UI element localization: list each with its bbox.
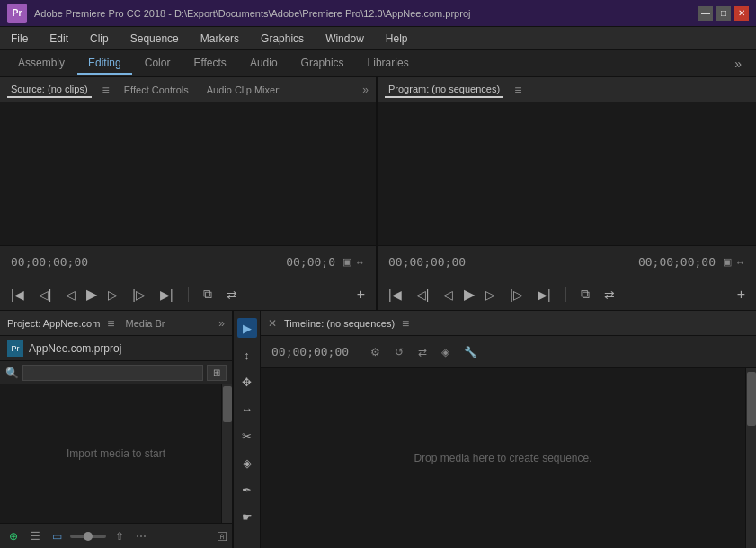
timeline-title: Timeline: (no sequences) [284, 318, 395, 329]
source-add-btn[interactable]: + [353, 285, 369, 305]
project-scrollbar-thumb[interactable] [223, 386, 232, 422]
menu-help[interactable]: Help [382, 31, 412, 47]
menu-edit[interactable]: Edit [46, 31, 72, 47]
tool-razor[interactable]: ✂ [237, 426, 257, 446]
project-expand-icon[interactable]: » [218, 317, 225, 330]
timeline-close-btn[interactable]: ✕ [268, 317, 277, 330]
footer-adobe-icon: 🄰 [218, 532, 227, 542]
program-step-fwd-btn[interactable]: |▷ [506, 286, 527, 304]
source-step-back-btn[interactable]: ◁| [35, 286, 56, 304]
timeline-panel: ✕ Timeline: (no sequences) ≡ 00;00;00;00… [261, 311, 756, 548]
source-timecode-right: 00;00;0 [286, 255, 335, 269]
menu-window[interactable]: Window [322, 31, 368, 47]
source-tab-source[interactable]: Source: (no clips) [7, 82, 92, 98]
tool-ripple[interactable]: ✥ [237, 372, 257, 392]
source-menu-icon[interactable]: ≡ [102, 83, 110, 97]
project-scrollbar[interactable] [221, 384, 232, 523]
source-fit-icon[interactable]: ▣ [342, 256, 351, 268]
workspace-tabs-more[interactable]: » [727, 53, 749, 75]
tab-audio[interactable]: Audio [239, 53, 289, 75]
source-loop-btn[interactable]: ⧉ [200, 285, 216, 304]
tool-rolling[interactable]: ↔ [237, 399, 257, 419]
program-shuttle-btn[interactable]: ⇄ [600, 286, 618, 304]
program-loop-btn[interactable]: ⧉ [577, 285, 593, 304]
program-step-back-btn[interactable]: ◁| [413, 286, 433, 304]
menu-clip[interactable]: Clip [86, 31, 112, 47]
footer-zoom-slider[interactable] [70, 535, 106, 538]
program-timecode-bar: 00;00;00;00 00;00;00;00 ▣ ↔ [378, 245, 756, 278]
tab-assembly[interactable]: Assembly [7, 53, 76, 75]
timeline-menu-icon[interactable]: ≡ [402, 316, 409, 331]
source-next-btn[interactable]: ▶| [156, 286, 177, 304]
tool-hand[interactable]: ☛ [237, 507, 257, 526]
program-fit-icon[interactable]: ▣ [723, 256, 732, 268]
source-shuttle-btn[interactable]: ⇄ [223, 286, 241, 304]
program-rewind-btn[interactable]: ◁ [440, 286, 457, 304]
source-transport-bar: |◀ ◁| ◁ ▶ ▷ |▷ ▶| ⧉ ⇄ + [0, 278, 376, 310]
timeline-body: Drop media here to create sequence. [261, 368, 756, 548]
menu-file[interactable]: File [7, 31, 31, 47]
menu-sequence[interactable]: Sequence [127, 31, 182, 47]
program-safe-icon[interactable]: ↔ [735, 257, 745, 268]
tool-slip[interactable]: ◈ [237, 453, 257, 473]
tab-effects[interactable]: Effects [182, 53, 236, 75]
project-panel: Project: AppNee.com ≡ Media Br » Pr AppN… [0, 311, 234, 548]
project-content-area: Import media to start [0, 384, 232, 523]
timeline-content-area: Drop media here to create sequence. [261, 368, 745, 548]
source-forward-btn[interactable]: ▷ [104, 286, 121, 304]
search-submit-btn[interactable]: ⊞ [207, 365, 227, 381]
import-media-text: Import media to start [67, 447, 165, 460]
timeline-scrollbar-thumb[interactable] [747, 372, 756, 426]
timeline-timecode-bar: 00;00;00;00 ⚙ ↺ ⇄ ◈ 🔧 [261, 336, 756, 368]
project-media-browser-tab[interactable]: Media Br [122, 316, 169, 331]
footer-icon-view[interactable]: ▭ [49, 528, 65, 544]
search-input[interactable] [22, 365, 203, 381]
program-next-btn[interactable]: ▶| [534, 286, 555, 304]
program-tab-title[interactable]: Program: (no sequences) [385, 82, 503, 98]
tab-graphics[interactable]: Graphics [290, 53, 355, 75]
timeline-snap-icon[interactable]: ◈ [441, 346, 449, 358]
timeline-undo-icon[interactable]: ↺ [395, 346, 404, 358]
program-forward-btn[interactable]: ▷ [482, 286, 499, 304]
source-prev-btn[interactable]: |◀ [7, 286, 28, 304]
source-safe-icon[interactable]: ↔ [355, 257, 365, 268]
program-play-btn[interactable]: ▶ [464, 286, 475, 303]
project-menu-icon[interactable]: ≡ [107, 316, 114, 331]
program-panel: Program: (no sequences) ≡ 00;00;00;00 00… [378, 77, 756, 310]
source-rewind-btn[interactable]: ◁ [62, 286, 79, 304]
maximize-button[interactable]: □ [716, 6, 731, 21]
source-expand-icon[interactable]: » [362, 84, 369, 96]
footer-add-icon[interactable]: ⊕ [5, 528, 22, 544]
tool-track-select[interactable]: ↕ [237, 345, 257, 365]
source-play-btn[interactable]: ▶ [86, 286, 97, 303]
footer-options-icon[interactable]: ⋯ [133, 528, 149, 544]
menu-graphics[interactable]: Graphics [257, 31, 307, 47]
tab-libraries[interactable]: Libraries [357, 53, 420, 75]
program-timecode-left: 00;00;00;00 [388, 255, 466, 269]
program-panel-header: Program: (no sequences) ≡ [378, 77, 756, 102]
timeline-sync-icon[interactable]: ⇄ [418, 346, 427, 358]
program-menu-icon[interactable]: ≡ [514, 83, 521, 97]
timeline-timecode: 00;00;00;00 [271, 345, 349, 358]
timeline-play-icon[interactable]: ⚙ [370, 346, 380, 358]
minimize-button[interactable]: — [698, 6, 713, 21]
tool-pen[interactable]: ✒ [237, 480, 257, 499]
menu-markers[interactable]: Markers [197, 31, 243, 47]
program-prev-btn[interactable]: |◀ [385, 286, 405, 304]
timeline-header: ✕ Timeline: (no sequences) ≡ [261, 311, 756, 336]
tab-editing[interactable]: Editing [77, 53, 132, 75]
source-tab-audio-mixer[interactable]: Audio Clip Mixer: [203, 83, 285, 97]
footer-list-icon[interactable]: ☰ [27, 528, 43, 544]
project-search-bar: 🔍 ⊞ [0, 361, 232, 384]
timeline-scrollbar[interactable] [745, 368, 756, 548]
tool-select[interactable]: ▶ [237, 318, 257, 338]
timeline-wrench-icon[interactable]: 🔧 [464, 346, 477, 358]
program-panel-content [378, 102, 756, 245]
footer-arrow-icon[interactable]: ⇧ [111, 528, 128, 544]
source-tab-effect-controls[interactable]: Effect Controls [120, 83, 192, 97]
program-add-btn[interactable]: + [734, 285, 749, 304]
tab-color[interactable]: Color [134, 53, 182, 75]
close-button[interactable]: ✕ [734, 6, 749, 21]
source-step-fwd-btn[interactable]: |▷ [129, 286, 149, 304]
main-area: Source: (no clips) ≡ Effect Controls Aud… [0, 77, 756, 548]
